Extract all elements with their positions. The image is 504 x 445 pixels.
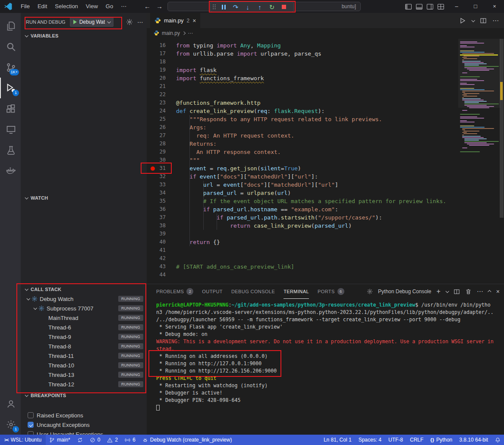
callstack-mainthread[interactable]: MainThreadRUNNING <box>21 313 147 323</box>
toggle-sidebar-button[interactable] <box>405 3 412 10</box>
activity-source-control[interactable]: 1K+ <box>0 57 21 78</box>
stop-button[interactable] <box>278 2 290 12</box>
menu-file[interactable]: File <box>17 3 34 9</box>
panel-tab-terminal[interactable]: TERMINAL <box>284 284 309 299</box>
call-stack-section-header[interactable]: CALL STACK <box>21 285 147 294</box>
checkbox[interactable] <box>28 412 34 418</box>
close-window-button[interactable]: × <box>485 0 504 13</box>
step-out-button[interactable]: ↑ <box>254 2 265 12</box>
step-into-button[interactable]: ↓ <box>242 2 253 12</box>
terminal-dropdown-chevron-icon[interactable] <box>445 289 449 293</box>
status-label: 6 <box>132 437 135 443</box>
status-warnings[interactable]: 2 <box>104 435 121 445</box>
editor-scrollbar[interactable] <box>499 38 504 284</box>
callstack-thread-12[interactable]: Thread-12RUNNING <box>21 379 147 389</box>
debug-settings-gear-icon[interactable] <box>126 19 133 25</box>
callstack-debug-watch[interactable]: Debug WatchRUNNING <box>21 294 147 304</box>
line-number: 44 <box>147 271 166 279</box>
activity-docker[interactable] <box>0 160 21 181</box>
restart-button[interactable]: ↻ <box>266 2 277 12</box>
callstack-thread-11[interactable]: Thread-11RUNNING <box>21 351 147 360</box>
callstack-thread-13[interactable]: Thread-13RUNNING <box>21 370 147 379</box>
chevron-down-icon <box>25 34 28 37</box>
activity-remote-explorer[interactable] <box>0 119 21 140</box>
back-arrow-icon[interactable]: ← <box>144 0 151 13</box>
activity-explorer[interactable] <box>0 16 21 36</box>
breakpoint-icon[interactable] <box>151 166 155 171</box>
status-git-branch[interactable]: main* <box>46 435 74 445</box>
menu-go[interactable]: Go <box>102 3 117 9</box>
more-editor-actions-icon[interactable]: ⋯ <box>492 17 499 25</box>
run-python-file-button[interactable] <box>459 17 466 24</box>
activity-extensions[interactable] <box>0 98 21 119</box>
toggle-secondary-sidebar-button[interactable] <box>426 3 434 10</box>
callstack-thread-8[interactable]: Thread-8RUNNING <box>21 342 147 351</box>
status-eol[interactable]: CRLF <box>406 435 427 445</box>
minimap[interactable] <box>460 41 498 222</box>
status-debug-status[interactable]: Debug Watch (create_link_preview) <box>139 435 236 445</box>
run-dropdown-chevron-icon[interactable] <box>471 19 475 22</box>
split-terminal-button[interactable] <box>454 288 460 295</box>
variables-section-header[interactable]: VARIABLES <box>21 31 147 41</box>
breadcrumb[interactable]: main.py ⋯ <box>147 28 504 38</box>
activity-run-and-debug[interactable]: 1 <box>0 78 21 98</box>
debug-config-dropdown[interactable]: Debug Wat <box>70 17 114 27</box>
status-sync[interactable] <box>74 435 86 445</box>
status-cursor-position[interactable]: Ln 81, Col 1 <box>320 435 355 445</box>
status-notifications[interactable] <box>491 435 504 445</box>
status-ports-forwarded[interactable]: 6 <box>121 435 139 445</box>
callstack-thread-10[interactable]: Thread-10RUNNING <box>21 360 147 370</box>
status-python-interpreter[interactable]: 3.8.10 64-bit <box>456 435 491 445</box>
maximize-button[interactable]: □ <box>466 0 485 13</box>
toggle-panel-button[interactable] <box>416 3 423 10</box>
tab-main-py[interactable]: main.py 2 × <box>150 13 200 28</box>
activity-testing[interactable] <box>0 140 21 160</box>
code-editor[interactable]: 1617181920212223242526272829303132333435… <box>147 38 504 284</box>
callstack-thread-6[interactable]: Thread-6RUNNING <box>21 323 147 332</box>
menu-more[interactable]: ⋯ <box>117 3 130 9</box>
terminal-line: n3 /home/pierrick/.vscode-server/extensi… <box>156 309 494 316</box>
breadcrumb-file: main.py <box>162 30 180 36</box>
panel-more-actions-icon[interactable]: ⋯ <box>477 288 483 295</box>
drag-grip-icon[interactable] <box>212 4 216 10</box>
close-tab-icon[interactable]: × <box>192 17 196 24</box>
activity-search[interactable] <box>0 36 21 57</box>
panel-tab-output[interactable]: OUTPUT <box>202 284 223 299</box>
status-errors[interactable]: 0 <box>86 435 104 445</box>
scrollbar-thumb[interactable] <box>500 39 504 218</box>
customize-layout-button[interactable] <box>437 3 444 10</box>
split-editor-button[interactable] <box>480 17 487 24</box>
line-number: 19 <box>147 66 166 74</box>
watch-section-header[interactable]: WATCH <box>21 193 147 203</box>
menu-selection[interactable]: Selection <box>51 3 82 9</box>
menu-edit[interactable]: Edit <box>34 3 51 9</box>
checkbox[interactable] <box>28 422 34 428</box>
callstack-thread-9[interactable]: Thread-9RUNNING <box>21 332 147 342</box>
kill-terminal-button[interactable] <box>465 288 472 295</box>
activity-settings[interactable]: 1 <box>0 414 21 435</box>
activity-accounts[interactable] <box>0 393 21 414</box>
status-indentation[interactable]: Spaces: 4 <box>355 435 385 445</box>
breakpoint-raised-exceptions[interactable]: Raised Exceptions <box>21 411 147 420</box>
panel-tab-debug-console[interactable]: DEBUG CONSOLE <box>231 284 275 299</box>
breakpoint-uncaught-exceptions[interactable]: Uncaught Exceptions <box>21 420 147 429</box>
terminal-output[interactable]: pierrick@LAPTOP-HKU5PNNG:~/git/add-ons-s… <box>156 301 502 435</box>
panel-tab-problems[interactable]: PROBLEMS2 <box>156 284 193 299</box>
status-language-mode[interactable]: {}Python <box>427 435 456 445</box>
callstack-subprocess-77007[interactable]: Subprocess 77007RUNNING <box>21 304 147 313</box>
status-encoding[interactable]: UTF-8 <box>385 435 406 445</box>
terminal-profile-label[interactable]: Python Debug Console <box>378 288 431 295</box>
menu-view[interactable]: View <box>82 3 102 9</box>
panel-tab-ports[interactable]: PORTS6 <box>318 284 344 299</box>
step-over-button[interactable]: ↷ <box>230 2 241 12</box>
breakpoints-section-header[interactable]: BREAKPOINTS <box>21 391 147 400</box>
code-line: import functions_framework <box>176 74 264 82</box>
close-panel-button[interactable]: × <box>496 288 500 295</box>
forward-arrow-icon[interactable]: → <box>156 0 163 13</box>
minimize-button[interactable]: – <box>447 0 466 13</box>
more-actions-icon[interactable]: ⋯ <box>137 19 143 25</box>
pause-button[interactable] <box>218 2 229 12</box>
status-remote-indicator[interactable]: ><WSL: Ubuntu <box>0 435 46 445</box>
maximize-panel-chevron-icon[interactable] <box>488 290 491 293</box>
new-terminal-button[interactable]: + <box>436 288 440 295</box>
